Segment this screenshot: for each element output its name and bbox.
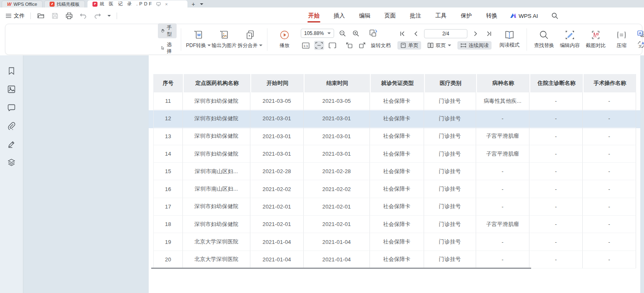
zoom-in-icon[interactable] <box>351 29 361 38</box>
menu-tab-工具[interactable]: 工具 <box>434 8 448 24</box>
double-page-label: 双页 <box>436 42 446 49</box>
word-translate-button[interactable]: 文 A 划词翻译 <box>637 41 644 48</box>
find-replace-icon <box>539 30 549 40</box>
table-cell: 子宫平滑肌瘤 <box>476 145 529 163</box>
reading-mode-button[interactable]: 阅读模式 <box>497 29 522 50</box>
menu-tab-转换[interactable]: 转换 <box>484 8 499 24</box>
compress-button[interactable]: 压缩 <box>609 28 634 51</box>
wps-logo-icon: W <box>7 2 11 7</box>
tab-wps-home[interactable]: W WPS Office <box>2 0 42 7</box>
fit-width-button[interactable] <box>314 41 324 50</box>
wps-ai-logo-icon <box>510 13 517 19</box>
document-canvas[interactable]: 序号定点医药机构名称开始时间结束时间就诊凭证类型医疗类别病种名称住院主诊断名称手… <box>23 55 644 293</box>
single-page-button[interactable]: 单页 <box>397 41 421 50</box>
table-cell: 门诊挂号 <box>424 163 476 180</box>
table-cell: 2021-01-04 <box>250 233 304 251</box>
table-cell: - <box>529 145 583 163</box>
close-tab-icon[interactable]: × <box>165 2 167 7</box>
bookmarks-panel-icon[interactable] <box>7 66 16 75</box>
tab-document[interactable]: P 就 医 记 录 .PDF × <box>87 0 187 7</box>
pin-to-desktop-icon[interactable] <box>156 2 161 6</box>
menu-tab-批注[interactable]: 批注 <box>408 8 423 24</box>
rotate-left-icon[interactable] <box>344 41 354 50</box>
previous-page-icon[interactable] <box>411 29 421 38</box>
medical-records-table: 序号定点医药机构名称开始时间结束时间就诊凭证类型医疗类别病种名称住院主诊断名称手… <box>153 74 636 268</box>
continuous-reading-icon <box>460 42 467 48</box>
thumbnails-panel-icon[interactable] <box>7 84 16 94</box>
rotate-pages-icon[interactable] <box>368 29 378 38</box>
rotate-doc-label[interactable]: 旋转文档 <box>371 42 391 49</box>
screenshot-compare-button[interactable]: 截图对比 <box>583 28 609 51</box>
menu-tab-页面[interactable]: 页面 <box>383 8 397 24</box>
table-cell: 20 <box>153 251 183 268</box>
new-tab-icon[interactable]: + <box>192 1 195 7</box>
table-cell: - <box>476 233 529 251</box>
save-icon[interactable] <box>51 12 59 20</box>
divider <box>30 12 31 19</box>
edit-content-button[interactable]: 编辑内容 <box>557 28 583 51</box>
table-cell: - <box>529 110 583 127</box>
redo-icon[interactable] <box>93 12 102 20</box>
actual-size-button[interactable]: 1:1 <box>301 41 311 50</box>
page-indicator-input[interactable]: 2/4 <box>424 29 467 38</box>
signature-panel-icon[interactable] <box>7 139 16 149</box>
select-tool-button[interactable]: 选择 <box>158 40 177 55</box>
menu-tab-保护[interactable]: 保护 <box>459 8 474 24</box>
export-image-button[interactable]: 输出为图片 <box>211 28 237 51</box>
tab-list-chevron-icon[interactable] <box>200 3 203 5</box>
open-file-icon[interactable] <box>37 12 45 20</box>
table-cell: - <box>583 145 636 163</box>
table-cell: 北京大学深圳医院 <box>183 251 250 268</box>
undo-icon[interactable] <box>79 12 87 20</box>
table-cell: 2021-03-01 <box>304 128 370 145</box>
zoom-level-select[interactable]: 105.88% <box>301 29 334 38</box>
play-button[interactable]: 播放 <box>272 28 297 51</box>
attachments-panel-icon[interactable] <box>7 121 16 130</box>
table-cell: 14 <box>153 145 183 163</box>
double-page-button[interactable]: 双页 <box>424 41 454 50</box>
pdf-convert-button[interactable]: W PDF转换 <box>185 28 211 51</box>
export-image-label: 输出为图片 <box>212 42 237 49</box>
menu-search-icon[interactable] <box>552 12 558 19</box>
hand-icon <box>161 28 165 34</box>
table-cell: - <box>476 110 529 127</box>
tab-docer[interactable]: 找稿壳模板 <box>44 0 85 7</box>
screenshot-compare-label: 截图对比 <box>586 42 606 49</box>
ribbon-toolbar: 手型 选择 W PDF转换 <box>5 24 642 55</box>
first-page-icon[interactable] <box>397 29 407 38</box>
quick-access-chevron-icon[interactable] <box>107 15 111 17</box>
pdf-file-icon: P <box>92 2 97 7</box>
menu-tabs: 开始插入编辑页面批注工具保护转换WPS AI <box>307 7 558 24</box>
zoom-out-icon[interactable] <box>337 29 347 38</box>
column-header: 序号 <box>153 74 183 92</box>
next-page-icon[interactable] <box>471 29 481 38</box>
table-cell: 2021-03-01 <box>250 128 304 145</box>
edit-content-icon <box>565 30 575 40</box>
rotate-right-icon[interactable] <box>357 41 367 50</box>
pdf-page[interactable]: 序号定点医药机构名称开始时间结束时间就诊凭证类型医疗类别病种名称住院主诊断名称手… <box>149 55 640 293</box>
file-menu-button[interactable]: 文件 <box>6 12 25 20</box>
fit-page-button[interactable] <box>327 41 337 50</box>
table-row: 19北京大学深圳医院2021-01-042021-01-04社会保障卡门诊挂号-… <box>153 233 636 251</box>
continuous-reading-button[interactable]: 连续阅读 <box>457 41 492 50</box>
comments-panel-icon[interactable] <box>7 103 16 112</box>
print-icon[interactable] <box>65 12 73 20</box>
last-page-icon[interactable] <box>484 29 494 38</box>
menu-tab-插入[interactable]: 插入 <box>332 8 347 24</box>
table-cell: - <box>529 216 583 233</box>
table-cell: 门诊挂号 <box>424 233 476 251</box>
menu-tab-开始[interactable]: 开始 <box>307 8 321 24</box>
hand-tool-button[interactable]: 手型 <box>158 23 177 38</box>
split-merge-button[interactable]: 拆分合并 <box>237 28 263 51</box>
table-cell: 18 <box>153 216 183 233</box>
menu-tab-编辑[interactable]: 编辑 <box>357 8 372 24</box>
table-cell: - <box>583 180 636 198</box>
find-replace-button[interactable]: 查找替换 <box>531 28 557 51</box>
wps-ai-button[interactable]: WPS AI <box>510 13 538 19</box>
table-cell: 子宫平滑肌瘤 <box>476 216 529 233</box>
table-cell: 门诊挂号 <box>424 128 476 145</box>
layers-panel-icon[interactable] <box>7 158 16 167</box>
table-cell: 深圳市妇幼保健院 <box>183 128 250 145</box>
compress-icon <box>616 30 627 40</box>
full-translate-button[interactable]: 文 A 全文翻译 <box>637 30 644 38</box>
